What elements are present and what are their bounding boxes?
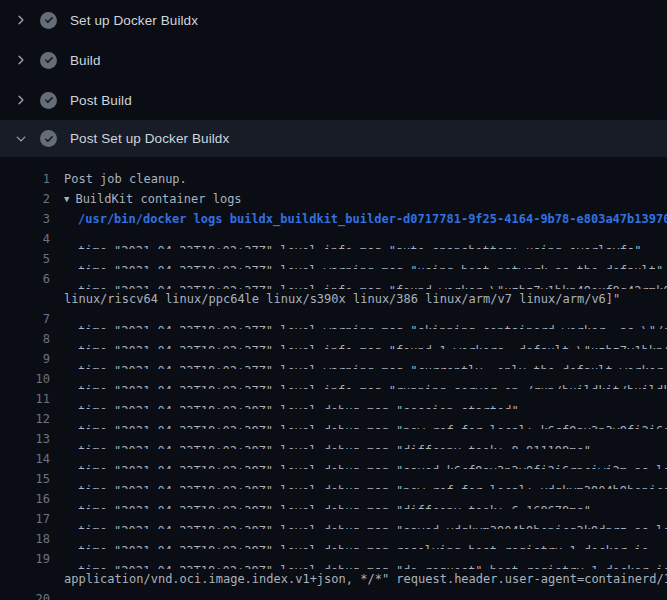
step-label: Set up Docker Buildx — [70, 13, 198, 28]
line-number[interactable]: 19 — [0, 549, 50, 569]
log-row: 12time="2021-04-23T18:02:38Z" level=debu… — [0, 409, 667, 429]
success-check-icon — [40, 52, 57, 69]
log-text: time="2021-04-23T18:02:38Z" level=debug … — [78, 429, 591, 449]
log-row: 3/usr/bin/docker logs buildx_buildkit_bu… — [0, 209, 667, 229]
line-number — [0, 569, 50, 589]
chevron-right-icon — [13, 14, 29, 26]
log-text: time="2021-04-23T18:02:38Z" level=debug … — [78, 489, 591, 509]
log-row: 1Post job cleanup. — [0, 169, 667, 189]
line-number[interactable]: 17 — [0, 509, 50, 529]
step-header-set-up-docker-buildx[interactable]: Set up Docker Buildx — [0, 0, 667, 40]
log-area: 1Post job cleanup.2▼BuildKit container l… — [0, 157, 667, 600]
log-row: linux/riscv64 linux/ppc64le linux/s390x … — [0, 289, 667, 309]
line-number[interactable]: 10 — [0, 369, 50, 389]
workflow-log-viewer: Set up Docker Buildx Build Post Build Po… — [0, 0, 667, 600]
success-check-icon — [40, 12, 57, 29]
log-text: time="2021-04-23T18:02:37Z" level=warnin… — [78, 249, 663, 269]
log-text: time="2021-04-23T18:02:37Z" level=info m… — [78, 229, 642, 249]
log-text: application/vnd.oci.image.index.v1+json,… — [64, 569, 667, 589]
command-text: /usr/bin/docker logs buildx_buildkit_bui… — [78, 209, 667, 229]
log-text: time="2021-04-23T18:02:37Z" level=info m… — [78, 269, 667, 289]
log-row: 2▼BuildKit container logs — [0, 189, 667, 209]
chevron-right-icon — [13, 94, 29, 106]
line-number[interactable]: 6 — [0, 269, 50, 289]
log-row: 17time="2021-04-23T18:02:38Z" level=debu… — [0, 509, 667, 529]
log-row: 7time="2021-04-23T18:02:37Z" level=warni… — [0, 309, 667, 329]
line-number[interactable]: 1 — [0, 169, 50, 189]
log-row: 6time="2021-04-23T18:02:37Z" level=info … — [0, 269, 667, 289]
log-row: 10time="2021-04-23T18:02:37Z" level=info… — [0, 369, 667, 389]
log-text: time="2021-04-23T18:02:38Z" level=debug … — [78, 549, 667, 569]
log-text: time="2021-04-23T18:02:38Z" level=debug … — [78, 389, 519, 409]
log-text: time="2021-04-23T18:02:37Z" level=info m… — [78, 369, 667, 389]
success-check-icon — [40, 130, 57, 147]
log-row: 18time="2021-04-23T18:02:38Z" level=debu… — [0, 529, 667, 549]
line-number[interactable]: 13 — [0, 429, 50, 449]
log-text: time="2021-04-23T18:02:38Z" level=debug … — [78, 589, 667, 600]
line-number[interactable]: 15 — [0, 469, 50, 489]
line-number[interactable]: 4 — [0, 229, 50, 249]
line-number[interactable]: 3 — [0, 209, 50, 229]
line-number[interactable]: 20 — [0, 589, 50, 600]
log-text: Post job cleanup. — [64, 169, 187, 189]
step-label: Post Set up Docker Buildx — [70, 131, 229, 146]
log-text: linux/riscv64 linux/ppc64le linux/s390x … — [64, 289, 620, 309]
log-row: 5time="2021-04-23T18:02:37Z" level=warni… — [0, 249, 667, 269]
step-label: Build — [70, 53, 101, 68]
log-text: time="2021-04-23T18:02:38Z" level=debug … — [78, 529, 649, 549]
log-text: time="2021-04-23T18:02:38Z" level=debug … — [78, 449, 667, 469]
log-row: 8time="2021-04-23T18:02:37Z" level=info … — [0, 329, 667, 349]
log-text: time="2021-04-23T18:02:37Z" level=warnin… — [78, 309, 667, 329]
log-text: time="2021-04-23T18:02:38Z" level=debug … — [78, 409, 667, 429]
chevron-down-icon — [13, 133, 29, 145]
log-row: 14time="2021-04-23T18:02:38Z" level=debu… — [0, 449, 667, 469]
log-row: 15time="2021-04-23T18:02:38Z" level=debu… — [0, 469, 667, 489]
step-header-post-build[interactable]: Post Build — [0, 80, 667, 120]
log-row: 13time="2021-04-23T18:02:38Z" level=debu… — [0, 429, 667, 449]
log-row: 4time="2021-04-23T18:02:37Z" level=info … — [0, 229, 667, 249]
log-row: 11time="2021-04-23T18:02:38Z" level=debu… — [0, 389, 667, 409]
line-number[interactable]: 16 — [0, 489, 50, 509]
line-number[interactable]: 14 — [0, 449, 50, 469]
chevron-right-icon — [13, 54, 29, 66]
line-number — [0, 289, 50, 309]
line-number[interactable]: 12 — [0, 409, 50, 429]
line-number[interactable]: 9 — [0, 349, 50, 369]
line-number[interactable]: 18 — [0, 529, 50, 549]
success-check-icon — [40, 92, 57, 109]
log-text: time="2021-04-23T18:02:37Z" level=info m… — [78, 329, 667, 349]
log-text: time="2021-04-23T18:02:38Z" level=debug … — [78, 509, 667, 529]
line-number[interactable]: 8 — [0, 329, 50, 349]
log-group-label: BuildKit container logs — [75, 189, 241, 209]
group-collapse-triangle-icon[interactable]: ▼ — [64, 189, 69, 209]
line-number[interactable]: 2 — [0, 189, 50, 209]
step-header-build[interactable]: Build — [0, 40, 667, 80]
log-row: 16time="2021-04-23T18:02:38Z" level=debu… — [0, 489, 667, 509]
line-number[interactable]: 5 — [0, 249, 50, 269]
step-header-post-set-up-docker-buildx[interactable]: Post Set up Docker Buildx — [0, 120, 667, 157]
log-row: application/vnd.oci.image.index.v1+json,… — [0, 569, 667, 589]
log-row: 9time="2021-04-23T18:02:37Z" level=warni… — [0, 349, 667, 369]
step-label: Post Build — [70, 93, 132, 108]
log-row: 19time="2021-04-23T18:02:38Z" level=debu… — [0, 549, 667, 569]
line-number[interactable]: 11 — [0, 389, 50, 409]
log-text: time="2021-04-23T18:02:38Z" level=debug … — [78, 469, 667, 489]
log-text: time="2021-04-23T18:02:37Z" level=warnin… — [78, 349, 667, 369]
line-number[interactable]: 7 — [0, 309, 50, 329]
log-row: 20time="2021-04-23T18:02:38Z" level=debu… — [0, 589, 667, 600]
